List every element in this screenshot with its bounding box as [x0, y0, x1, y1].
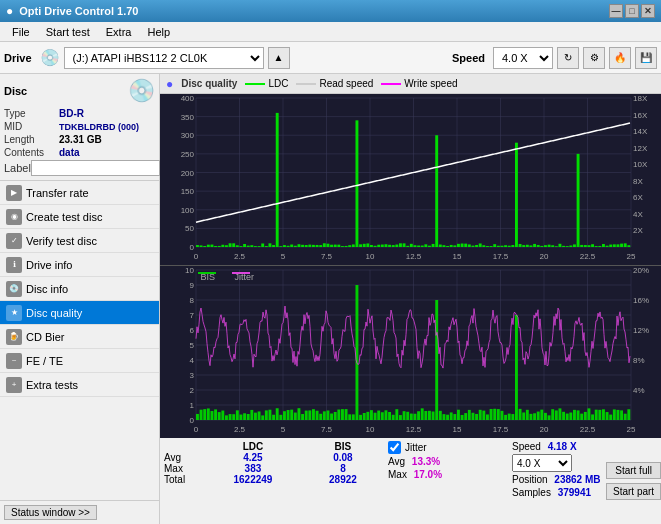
nav-extra-tests[interactable]: + Extra tests [0, 373, 159, 397]
start-part-button[interactable]: Start part [606, 483, 661, 500]
right-panel: ● Disc quality LDC Read speed Write spee… [160, 74, 661, 524]
menu-file[interactable]: File [4, 24, 38, 40]
nav-transfer-rate[interactable]: ▶ Transfer rate [0, 181, 159, 205]
menu-start-test[interactable]: Start test [38, 24, 98, 40]
chart-bottom [160, 265, 661, 437]
eject-button[interactable]: ▲ [268, 47, 290, 69]
refresh-button[interactable]: ↻ [557, 47, 579, 69]
speed-row: Speed 4.18 X [512, 441, 602, 452]
save-button[interactable]: 💾 [635, 47, 657, 69]
nav-create-test-disc[interactable]: ◉ Create test disc [0, 205, 159, 229]
speed-action-select[interactable]: 4.0 X [512, 454, 572, 472]
toolbar: Drive 💿 (J:) ATAPI iHBS112 2 CL0K ▲ Spee… [0, 42, 661, 74]
jitter-label: Jitter [405, 442, 427, 453]
close-button[interactable]: ✕ [641, 4, 655, 18]
type-label: Type [4, 108, 59, 119]
disc-info-icon: 💿 [6, 281, 22, 297]
nav-verify-test-disc[interactable]: ✓ Verify test disc [0, 229, 159, 253]
create-test-disc-icon: ◉ [6, 209, 22, 225]
mid-label: MID [4, 121, 59, 132]
burn-button[interactable]: 🔥 [609, 47, 631, 69]
nav-label-disc-quality: Disc quality [26, 307, 82, 319]
ldc-color-indicator [245, 83, 265, 85]
samples-label: Samples [512, 487, 551, 498]
jitter-checkbox[interactable] [388, 441, 401, 454]
nav-label-fe-te: FE / TE [26, 355, 63, 367]
contents-label: Contents [4, 147, 59, 158]
nav-disc-info[interactable]: 💿 Disc info [0, 277, 159, 301]
position-label: Position [512, 474, 548, 485]
legend-ldc-label: LDC [268, 78, 288, 89]
stats-total-row: Total 1622249 28922 [164, 474, 384, 485]
jitter-avg-label: Avg [388, 456, 405, 467]
contents-value: data [59, 147, 80, 158]
speed-select[interactable]: 4.0 X [493, 47, 553, 69]
status-bar: Status window >> [0, 500, 159, 524]
total-ldc: 1622249 [204, 474, 302, 485]
speed-label: Speed [452, 52, 485, 64]
type-value: BD-R [59, 108, 84, 119]
speed-label: Speed [512, 441, 541, 452]
disc-section: Disc 💿 Type BD-R MID TDKBLDRBD (000) Len… [0, 74, 159, 181]
stats-max-row: Max 383 8 [164, 463, 384, 474]
chart-header: ● Disc quality LDC Read speed Write spee… [160, 74, 661, 94]
legend-ldc: LDC [245, 78, 288, 89]
action-buttons: Start full Start part [606, 441, 661, 520]
stats-header-ldc: LDC [204, 441, 302, 452]
jitter-avg-row: Avg 13.3% [388, 456, 508, 467]
mid-value: TDKBLDRBD (000) [59, 122, 139, 132]
menu-extra[interactable]: Extra [98, 24, 140, 40]
cd-bier-icon: 🍺 [6, 329, 22, 345]
total-bis: 28922 [302, 474, 384, 485]
max-bis: 8 [302, 463, 384, 474]
disc-title: Disc [4, 85, 27, 97]
legend-read-speed: Read speed [296, 78, 373, 89]
nav-label-transfer-rate: Transfer rate [26, 187, 89, 199]
write-speed-color-indicator [381, 83, 401, 85]
menu-bar: File Start test Extra Help [0, 22, 661, 42]
app-icon: ● [6, 4, 13, 18]
nav-label-disc-info: Disc info [26, 283, 68, 295]
read-speed-color-indicator [296, 83, 316, 85]
transfer-rate-icon: ▶ [6, 185, 22, 201]
length-value: 23.31 GB [59, 134, 102, 145]
stats-panel: LDC BIS Avg 4.25 0.08 Max 383 [160, 436, 661, 524]
nav-drive-info[interactable]: ℹ Drive info [0, 253, 159, 277]
main-layout: Disc 💿 Type BD-R MID TDKBLDRBD (000) Len… [0, 74, 661, 524]
legend-write-speed-label: Write speed [404, 78, 457, 89]
drive-icon: 💿 [40, 48, 60, 67]
settings-button[interactable]: ⚙ [583, 47, 605, 69]
start-full-button[interactable]: Start full [606, 462, 661, 479]
disc-quality-icon: ★ [6, 305, 22, 321]
fe-te-icon: ~ [6, 353, 22, 369]
nav-label-create-test-disc: Create test disc [26, 211, 102, 223]
nav-fe-te[interactable]: ~ FE / TE [0, 349, 159, 373]
speed-section: Speed 4.18 X 4.0 X Position 23862 MB Sam… [512, 441, 602, 520]
position-value: 23862 MB [554, 474, 600, 485]
samples-value: 379941 [558, 487, 591, 498]
nav-label-verify-test-disc: Verify test disc [26, 235, 97, 247]
top-chart-canvas [160, 94, 661, 265]
nav-label-cd-bier: CD Bier [26, 331, 65, 343]
max-ldc: 383 [204, 463, 302, 474]
nav-cd-bier[interactable]: 🍺 CD Bier [0, 325, 159, 349]
maximize-button[interactable]: □ [625, 4, 639, 18]
jitter-row: Jitter [388, 441, 508, 454]
avg-bis: 0.08 [302, 452, 384, 463]
stats-header-bis: BIS [302, 441, 384, 452]
minimize-button[interactable]: — [609, 4, 623, 18]
nav-disc-quality[interactable]: ★ Disc quality [0, 301, 159, 325]
disc-image-icon: 💿 [128, 78, 155, 104]
label-input[interactable] [31, 160, 160, 176]
menu-help[interactable]: Help [139, 24, 178, 40]
status-window-button[interactable]: Status window >> [4, 505, 97, 520]
title-bar: ● Opti Drive Control 1.70 — □ ✕ [0, 0, 661, 22]
chart-container [160, 94, 661, 436]
drive-select[interactable]: (J:) ATAPI iHBS112 2 CL0K [64, 47, 264, 69]
drive-label: Drive [4, 52, 32, 64]
avg-label: Avg [164, 452, 204, 463]
legend-read-speed-label: Read speed [319, 78, 373, 89]
window-controls[interactable]: — □ ✕ [609, 4, 655, 18]
length-label: Length [4, 134, 59, 145]
jitter-max-row: Max 17.0% [388, 469, 508, 480]
